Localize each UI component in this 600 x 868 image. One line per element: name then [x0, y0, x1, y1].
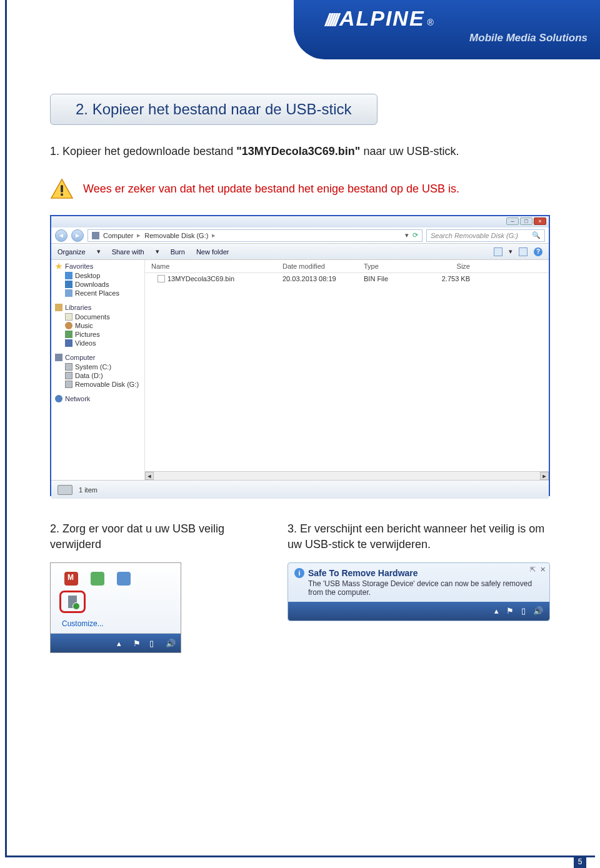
chevron-right-icon: ▸: [212, 231, 216, 239]
organize-button[interactable]: Organize: [58, 248, 86, 256]
breadcrumb-folder: Removable Disk (G:): [144, 232, 208, 239]
search-placeholder: Search Removable Disk (G:): [431, 232, 518, 239]
alpine-tagline: Mobile Media Solutions: [325, 32, 588, 44]
drive-icon: [65, 381, 72, 388]
scroll-right-button[interactable]: ►: [540, 472, 549, 480]
maximize-button[interactable]: □: [520, 217, 532, 225]
breadcrumb-root: Computer: [103, 232, 133, 239]
tree-removable-g[interactable]: Removable Disk (G:): [75, 381, 139, 388]
alpine-logo: ///// ALPINE ®: [325, 6, 588, 31]
nav-back-button[interactable]: ◄: [55, 229, 68, 242]
chevron-down-icon: ▾: [156, 247, 159, 256]
brand-banner: ///// ALPINE ® Mobile Media Solutions: [294, 0, 600, 59]
address-bar-row: ◄ ► Computer ▸ Removable Disk (G:) ▸ ▾ ⟳…: [51, 227, 549, 244]
tree-data-d[interactable]: Data (D:): [75, 372, 103, 379]
file-list-header: Name Date modified Type Size: [145, 260, 549, 273]
col-size[interactable]: Size: [426, 262, 476, 270]
flag-icon[interactable]: ⚑: [506, 606, 514, 616]
warning-row: Wees er zeker van dat het update bestand…: [50, 178, 550, 199]
chevron-down-icon[interactable]: ▾: [405, 231, 409, 239]
volume-icon[interactable]: 🔊: [166, 639, 174, 647]
pictures-icon: [65, 331, 72, 338]
tree-desktop[interactable]: Desktop: [75, 272, 100, 279]
music-icon: [65, 322, 72, 329]
tree-pictures[interactable]: Pictures: [75, 331, 100, 338]
file-icon: [158, 275, 165, 282]
tree-system-c[interactable]: System (C:): [75, 363, 111, 371]
pin-icon[interactable]: ⇱: [530, 566, 536, 574]
refresh-icon[interactable]: ⟳: [412, 231, 418, 239]
help-icon[interactable]: ?: [534, 247, 542, 256]
tree-libraries[interactable]: Libraries: [65, 304, 91, 311]
nav-forward-button[interactable]: ►: [71, 229, 84, 242]
close-icon[interactable]: ✕: [540, 566, 546, 574]
tree-recent[interactable]: Recent Places: [75, 289, 119, 297]
recent-icon: [65, 289, 72, 297]
tree-videos[interactable]: Videos: [75, 339, 96, 347]
view-options-icon[interactable]: [494, 247, 502, 256]
tree-computer[interactable]: Computer: [65, 354, 95, 361]
svg-rect-2: [61, 194, 63, 196]
tray-icons-row: [59, 572, 172, 586]
explorer-screenshot: – □ × ◄ ► Computer ▸ Removable Disk (G:)…: [50, 215, 550, 496]
close-button[interactable]: ×: [534, 217, 546, 225]
volume-icon[interactable]: 🔊: [533, 606, 543, 616]
share-button[interactable]: Share with: [112, 248, 144, 256]
status-bar: 1 item: [51, 480, 549, 499]
file-name: 13MYDecola3C69.bin: [168, 275, 234, 282]
file-date: 20.03.2013 08:19: [282, 275, 364, 282]
col-type[interactable]: Type: [364, 262, 426, 270]
customize-link[interactable]: Customize...: [59, 617, 172, 629]
taskbar-tray: ▴ ⚑ ▯ 🔊: [51, 634, 181, 652]
system-tray-icon[interactable]: [91, 572, 104, 586]
chevron-right-icon: ▸: [137, 231, 141, 239]
status-text: 1 item: [79, 486, 98, 494]
downloads-icon: [65, 281, 72, 288]
usb-eject-icon[interactable]: [68, 596, 77, 608]
search-input[interactable]: Search Removable Disk (G:) 🔍: [426, 229, 545, 242]
taskbar-tray: ▴ ⚑ ▯ 🔊: [288, 602, 549, 621]
file-type: BIN File: [364, 275, 426, 282]
preview-pane-icon[interactable]: [519, 247, 528, 256]
explorer-toolbar: Organize▾ Share with▾ Burn New folder ▾ …: [51, 244, 549, 260]
drive-icon: [58, 485, 72, 495]
file-row[interactable]: 13MYDecola3C69.bin 20.03.2013 08:19 BIN …: [145, 273, 549, 284]
search-icon: 🔍: [532, 231, 541, 239]
file-size: 2.753 KB: [426, 275, 476, 282]
new-folder-button[interactable]: New folder: [196, 248, 229, 256]
tree-downloads[interactable]: Downloads: [75, 281, 109, 288]
favorites-icon: [55, 262, 62, 270]
warning-icon: [50, 178, 74, 199]
svg-rect-1: [61, 186, 63, 192]
page-number: 5: [574, 856, 586, 868]
tree-music[interactable]: Music: [75, 322, 93, 329]
system-tray-icon[interactable]: [117, 572, 131, 586]
antivirus-icon[interactable]: [64, 572, 78, 586]
drive-icon: [65, 372, 72, 379]
page-border-left: [5, 0, 7, 856]
balloon-notification: ⇱ ✕ i Safe To Remove Hardware The 'USB M…: [288, 562, 550, 621]
col-name[interactable]: Name: [145, 262, 282, 270]
breadcrumb[interactable]: Computer ▸ Removable Disk (G:) ▸ ▾ ⟳: [88, 229, 422, 242]
tree-network[interactable]: Network: [65, 395, 90, 402]
burn-button[interactable]: Burn: [171, 248, 185, 256]
col-date[interactable]: Date modified: [282, 262, 364, 270]
step-3-text: 3. Er verschijnt een bericht wanneer het…: [288, 521, 550, 552]
chevron-up-icon[interactable]: ▴: [117, 639, 126, 647]
horizontal-scrollbar[interactable]: ◄ ►: [145, 471, 549, 480]
computer-icon: [92, 232, 99, 239]
step-1-text: 1. Kopieer het gedownloade bestand "13MY…: [50, 144, 550, 159]
file-list: Name Date modified Type Size 13MYDecola3…: [145, 260, 549, 480]
computer-icon: [55, 354, 62, 361]
chevron-up-icon[interactable]: ▴: [494, 606, 499, 616]
libraries-icon: [55, 304, 62, 311]
tray-screenshot: Customize... ▴ ⚑ ▯ 🔊: [50, 562, 181, 653]
navigation-tree: Favorites Desktop Downloads Recent Place…: [51, 260, 145, 480]
minimize-button[interactable]: –: [506, 217, 519, 225]
tree-documents[interactable]: Documents: [75, 313, 110, 321]
tree-favorites[interactable]: Favorites: [65, 262, 93, 270]
network-icon[interactable]: ▯: [149, 639, 158, 647]
flag-icon[interactable]: ⚑: [133, 639, 142, 647]
scroll-left-button[interactable]: ◄: [145, 472, 154, 480]
network-icon[interactable]: ▯: [521, 606, 526, 616]
